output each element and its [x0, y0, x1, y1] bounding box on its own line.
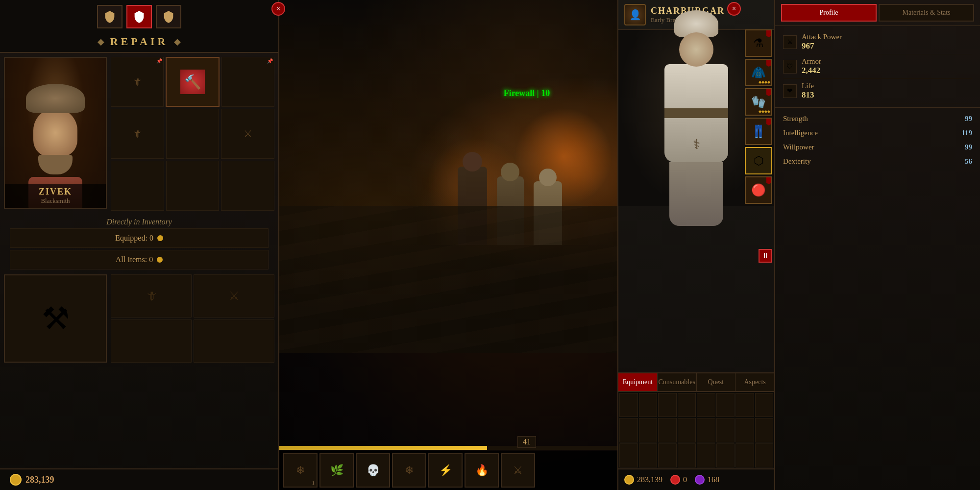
grid-cell-1[interactable] [619, 393, 638, 417]
grid-cell-17[interactable] [619, 443, 638, 467]
inv-cell-5 [166, 109, 220, 159]
char-head [679, 32, 713, 67]
grid-cell-10[interactable] [639, 418, 658, 442]
grid-cell-6[interactable] [716, 393, 735, 417]
pause-button[interactable]: ⏸ [759, 249, 772, 263]
grid-cell-24[interactable] [755, 443, 774, 467]
slot-bookmark-legs [766, 119, 771, 125]
currency-red: 0 [670, 475, 687, 485]
tab-consumables[interactable]: Consumables [658, 373, 697, 391]
hotbar-slot-7[interactable]: ⚔ [501, 453, 535, 488]
npc-portrait: ZIVEK Blacksmith [4, 57, 107, 209]
hotbar-icon-2: 🌿 [330, 464, 343, 477]
grid-cell-9[interactable] [619, 418, 638, 442]
life-icon: ❤ [783, 84, 797, 98]
char-legs [669, 162, 723, 226]
close-button-left[interactable]: × [271, 2, 285, 16]
hotbar-icon-1: ❄ [296, 464, 305, 477]
equip-slot-special[interactable]: ⬡ [745, 147, 772, 174]
equip-slot-head[interactable]: ⚗ [745, 29, 772, 57]
profile-tab-button[interactable]: Profile [781, 4, 877, 22]
tab-shield-plus[interactable] [156, 5, 181, 28]
grid-cell-23[interactable] [735, 443, 754, 467]
grid-cell-14[interactable] [716, 418, 735, 442]
left-panel: × ◆ REPAIR ◆ ZIVEK Blacksmith [0, 0, 279, 490]
equip-slot-arms[interactable]: 🧤 ◆◆◆◆ [745, 88, 772, 116]
hotbar-icon-4: ❄ [405, 464, 414, 477]
dagger-side-icon: 🗡 [146, 289, 157, 303]
grid-cell-22[interactable] [716, 443, 735, 467]
xp-fill [279, 446, 487, 450]
hotbar-icon-3: 💀 [367, 464, 380, 477]
title-deco-right: ◆ [174, 36, 181, 47]
hotbar-slot-5[interactable]: ⚡ [428, 453, 463, 488]
char-head-2 [501, 163, 519, 181]
sword-side-icon: ⚔ [229, 289, 240, 303]
grid-cell-20[interactable] [678, 443, 696, 467]
char-figure: ⚕ [652, 10, 740, 226]
grid-cell-3[interactable] [658, 393, 677, 417]
cost-section: Equipped: 0 All Items: 0 [0, 228, 278, 270]
inv-row-1: 🗡 📌 🔨 📌 [111, 57, 274, 107]
grid-cell-16[interactable] [755, 418, 774, 442]
tab-quest[interactable]: Quest [697, 373, 736, 391]
grid-cell-12[interactable] [678, 418, 696, 442]
blacksmith-area: ⚒ 🗡 ⚔ [0, 274, 278, 363]
grid-cell-21[interactable] [697, 443, 715, 467]
grid-cell-19[interactable] [658, 443, 677, 467]
ring-item-icon: 🔴 [751, 183, 766, 197]
slot-bookmark-ring [766, 177, 771, 184]
hammer-item: 🔨 [180, 70, 205, 94]
gold-dot-all [157, 257, 163, 263]
char-belt [664, 108, 728, 118]
tab-bar: × [0, 0, 278, 31]
slot-bookmark-head [766, 30, 771, 37]
hotbar-slot-4[interactable]: ❄ [392, 453, 426, 488]
grid-cell-5[interactable] [697, 393, 715, 417]
char-body: ⚕ [664, 64, 728, 162]
grid-cell-13[interactable] [697, 418, 715, 442]
hotbar-slot-3[interactable]: 💀 [356, 453, 390, 488]
purple-currency-icon [695, 475, 705, 485]
inv-row-2: 🗡 ⚔ [111, 109, 274, 159]
grid-cell-2[interactable] [639, 393, 658, 417]
npc-class: Blacksmith [8, 197, 103, 205]
red-currency-icon [670, 475, 680, 485]
item-count-badge: 41 [517, 436, 536, 448]
life-info: Life 813 [802, 82, 814, 100]
tab-shield-active[interactable] [126, 5, 152, 28]
grid-cell-8[interactable] [755, 393, 774, 417]
armor-info: Armor 2,442 [802, 57, 821, 75]
close-button-right[interactable]: × [727, 2, 741, 16]
grid-cell-15[interactable] [735, 418, 754, 442]
equip-slot-legs[interactable]: 👖 [745, 118, 772, 145]
tab-equipment[interactable]: Equipment [618, 373, 658, 391]
inv-cell-dagger: 🗡 [111, 109, 164, 159]
inventory-grid-area: 🗡 📌 🔨 📌 🗡 ⚔ [111, 57, 274, 211]
side-cell-1: 🗡 [111, 274, 192, 318]
willpower-label: Willpower [783, 143, 814, 151]
inv-cell-item[interactable]: 🔨 [166, 57, 220, 107]
grid-cell-4[interactable] [678, 393, 696, 417]
equipped-cost-row[interactable]: Equipped: 0 [10, 228, 269, 248]
materials-tab-button[interactable]: Materials & Stats [879, 4, 974, 22]
all-items-cost-row[interactable]: All Items: 0 [10, 250, 269, 270]
equip-slot-ring[interactable]: 🔴 [745, 176, 772, 204]
grid-cell-11[interactable] [658, 418, 677, 442]
directly-inventory-label: Directly in Inventory [0, 215, 278, 228]
hotbar-slot-2[interactable]: 🌿 [319, 453, 354, 488]
attack-power-label: Attack Power [802, 33, 842, 41]
blacksmith-icon-box: ⚒ [4, 274, 107, 363]
equip-slot-chest[interactable]: 🧥 ◆◆◆◆ [745, 59, 772, 86]
head-item-icon: ⚗ [753, 36, 764, 50]
attack-power-row: ⚔ Attack Power 967 [783, 30, 972, 54]
tab-aspects[interactable]: Aspects [735, 373, 774, 391]
grid-cell-7[interactable] [735, 393, 754, 417]
inv-row-3 [111, 161, 274, 211]
grid-cell-18[interactable] [639, 443, 658, 467]
inv-cell-9 [221, 161, 274, 211]
tab-shield-1[interactable] [97, 5, 122, 28]
hotbar-slot-6[interactable]: 🔥 [465, 453, 499, 488]
currency-purple: 168 [695, 475, 719, 485]
hotbar-slot-1[interactable]: ❄ 1 [283, 453, 318, 488]
